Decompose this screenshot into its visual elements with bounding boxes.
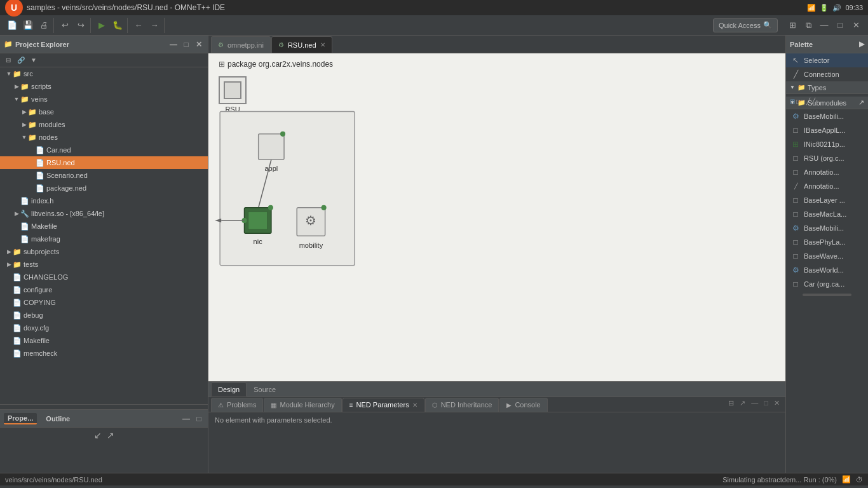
- tree-item-makefile-src[interactable]: 📄 Makefile: [0, 220, 208, 233]
- tree-arrow-tests: ▶: [5, 261, 13, 268]
- view-menu-button[interactable]: ▼: [28, 55, 39, 66]
- bottom-expand-icon[interactable]: ✕: [772, 398, 782, 408]
- palette-item-baselayer[interactable]: □ BaseLayer ...: [786, 193, 868, 207]
- tree-item-copying[interactable]: 📄 COPYING: [0, 296, 208, 309]
- tree-item-configure[interactable]: 📄 configure: [0, 283, 208, 296]
- statusbar-progress-text: Simulating abstractdem...: [722, 476, 801, 484]
- tab-rsu-ned[interactable]: ⚙ RSU.ned ✕: [271, 36, 332, 53]
- tree-item-subprojects[interactable]: ▶ 📁 subprojects: [0, 245, 208, 258]
- palette-connection[interactable]: ╱ Connection: [786, 67, 868, 81]
- tree-item-memcheck[interactable]: 📄 memcheck: [0, 347, 208, 360]
- palette-item-baseworld[interactable]: ⚙ BaseWorld...: [786, 263, 868, 277]
- tree-item-package-ned[interactable]: 📄 package.ned: [0, 182, 208, 194]
- tab-problems-label: Problems: [227, 401, 256, 409]
- tree-item-scenario-ned[interactable]: 📄 Scenario.ned: [0, 169, 208, 182]
- tab-ned-parameters-label: NED Parameters: [356, 401, 409, 409]
- tree-item-rsu-ned[interactable]: 📄 RSU.ned: [0, 156, 208, 169]
- palette-item-rsu[interactable]: □ RSU (org.c...: [786, 151, 868, 165]
- minimize-button[interactable]: —: [817, 18, 832, 33]
- tree-label-car-ned: Car.ned: [46, 146, 71, 154]
- tab-console[interactable]: ▶ Console: [499, 398, 547, 412]
- new-button[interactable]: 📄: [4, 18, 20, 33]
- tab-omnetpp-ini[interactable]: ⚙ omnetpp.ini: [211, 36, 271, 53]
- tree-arrow-src: ▼: [5, 71, 13, 77]
- tree-item-libveins[interactable]: ▶ 🔧 libveins.so - [x86_64/le]: [0, 207, 208, 220]
- close-explorer-icon[interactable]: ✕: [194, 39, 204, 50]
- palette-item-basewave[interactable]: □ BaseWave...: [786, 249, 868, 263]
- submodules-folder-icon: 📁: [797, 99, 805, 106]
- perspective-button[interactable]: ⊞: [785, 18, 800, 33]
- maximize-button[interactable]: □: [832, 18, 848, 33]
- tree-item-makefrag[interactable]: 📄 makefrag: [0, 233, 208, 245]
- run-button[interactable]: ▶: [94, 18, 109, 33]
- props-action-1[interactable]: ↙: [93, 430, 103, 440]
- submodules-expand-icon[interactable]: ↗: [858, 98, 864, 107]
- tab-properties[interactable]: Prope...: [4, 413, 37, 424]
- tree-item-modules[interactable]: ▶ 📁 modules: [0, 118, 208, 131]
- tab-ned-inheritance[interactable]: ⬡ NED Inheritance: [425, 398, 499, 412]
- save-button[interactable]: 💾: [20, 18, 36, 33]
- tree-container[interactable]: ▼ 📁 src ▶ 📁 scripts ▼ 📁 veins: [0, 67, 208, 404]
- props-action-2[interactable]: ↗: [105, 430, 116, 440]
- tree-item-nodes[interactable]: ▼ 📁 nodes: [0, 131, 208, 144]
- tab-ned-parameters-close[interactable]: ✕: [412, 402, 417, 409]
- redo-button[interactable]: ↪: [73, 18, 88, 33]
- tree-item-changelog[interactable]: 📄 CHANGELOG: [0, 271, 208, 283]
- window-button[interactable]: ⧉: [801, 18, 816, 33]
- palette-item-ibaseappl[interactable]: □ IBaseApplL...: [786, 123, 868, 137]
- bottom-maximize-icon[interactable]: ↗: [738, 398, 747, 408]
- palette-item-car[interactable]: □ Car (org.ca...: [786, 277, 868, 291]
- tree-item-tests[interactable]: ▶ 📁 tests: [0, 258, 208, 271]
- tab-problems[interactable]: ⚠ Problems: [211, 398, 263, 412]
- link-editor-button[interactable]: 🔗: [15, 55, 27, 66]
- editor-area: ⚙ omnetpp.ini ⚙ RSU.ned ✕ ⊞ package org.…: [208, 36, 785, 473]
- palette-types-section[interactable]: ▼ 📁 Types: [786, 81, 868, 94]
- bottom-minimize-icon[interactable]: ⊟: [726, 398, 736, 408]
- palette-item-basemobili[interactable]: ⚙ BaseMobili...: [786, 109, 868, 123]
- tree-item-index-h[interactable]: 📄 index.h: [0, 194, 208, 207]
- bottom-collapse-icon[interactable]: □: [762, 398, 770, 408]
- debug-button[interactable]: 🐛: [110, 18, 125, 33]
- palette-item-basemobili2[interactable]: ⚙ BaseMobili...: [786, 221, 868, 235]
- palette-item-inic80211[interactable]: ⊞ INic80211p...: [786, 137, 868, 151]
- palette-selector[interactable]: ↖ Selector: [786, 53, 868, 67]
- palette-item-annotation2[interactable]: ╱ Annotatio...: [786, 179, 868, 193]
- tree-item-base[interactable]: ▶ 📁 base: [0, 105, 208, 118]
- palette-expand-icon[interactable]: ▶: [859, 40, 864, 48]
- properties-panel: Prope... Outline — □ ↙ ↗: [0, 409, 208, 473]
- tab-console-label: Console: [515, 401, 540, 409]
- collapse-all-button[interactable]: ⊟: [3, 55, 14, 66]
- statusbar-clock-icon: ⏱: [856, 476, 863, 484]
- tree-item-src[interactable]: ▼ 📁 src: [0, 67, 208, 80]
- quick-access-button[interactable]: Quick Access 🔍: [713, 18, 778, 32]
- forward-button[interactable]: →: [147, 18, 162, 33]
- minimize-props-icon[interactable]: —: [181, 414, 191, 424]
- tree-item-debug[interactable]: 📄 debug: [0, 309, 208, 322]
- maximize-explorer-icon[interactable]: □: [181, 39, 191, 50]
- tab-omnetpp-ini-label: omnetpp.ini: [227, 41, 264, 49]
- tree-item-car-ned[interactable]: 📄 Car.ned: [0, 144, 208, 156]
- bottom-close-icon[interactable]: —: [749, 398, 760, 408]
- palette-item-basemacla[interactable]: □ BaseMacLa...: [786, 207, 868, 221]
- tree-hscroll[interactable]: [0, 404, 208, 409]
- tab-rsu-ned-close[interactable]: ✕: [320, 41, 325, 48]
- maximize-props-icon[interactable]: □: [194, 414, 204, 424]
- palette-item-annotation1[interactable]: □ Annotatio...: [786, 165, 868, 179]
- tab-ned-parameters[interactable]: ≡ NED Parameters ✕: [342, 398, 424, 412]
- back-button[interactable]: ←: [131, 18, 146, 33]
- tree-item-doxy[interactable]: 📄 doxy.cfg: [0, 322, 208, 334]
- tree-item-makefile-root[interactable]: 📄 Makefile: [0, 334, 208, 347]
- minimize-explorer-icon[interactable]: —: [168, 39, 179, 50]
- tab-module-hierarchy[interactable]: ▦ Module Hierarchy: [264, 398, 341, 412]
- ned-canvas[interactable]: ⊞ package org.car2x.veins.nodes RSU: [208, 53, 785, 381]
- palette-content[interactable]: ↖ Selector ╱ Connection ▼ 📁 Types ⊞ □ □: [786, 53, 868, 473]
- tab-outline[interactable]: Outline: [42, 414, 74, 424]
- undo-button[interactable]: ↩: [57, 18, 72, 33]
- design-tab[interactable]: Design: [211, 383, 247, 396]
- close-button[interactable]: ✕: [848, 18, 864, 33]
- print-button[interactable]: 🖨: [36, 18, 51, 33]
- source-tab[interactable]: Source: [247, 383, 283, 396]
- tree-item-veins[interactable]: ▼ 📁 veins: [0, 93, 208, 105]
- tree-item-scripts[interactable]: ▶ 📁 scripts: [0, 80, 208, 93]
- palette-item-basephyla[interactable]: □ BasePhyLa...: [786, 235, 868, 249]
